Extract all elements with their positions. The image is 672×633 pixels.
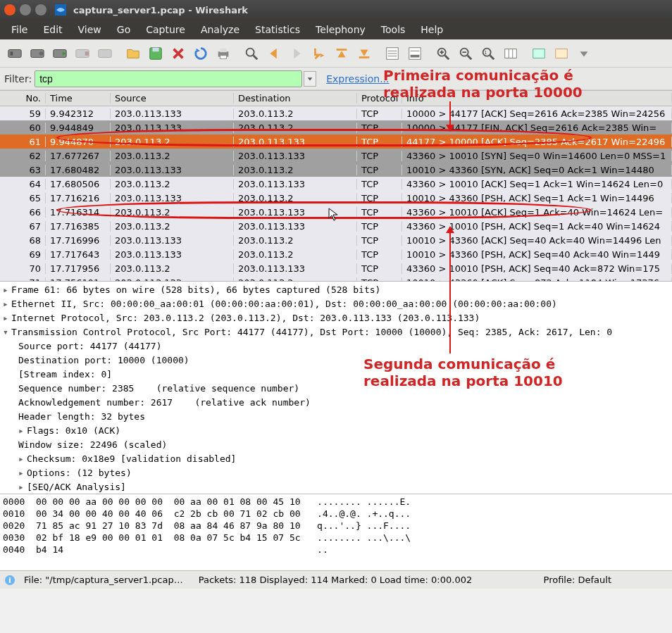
packet-cell: 203.0.113.133: [111, 193, 234, 203]
tree-node-expandable[interactable]: Ethernet II, Src: 00:00:00_aa:00:01 (00:…: [3, 297, 669, 311]
packet-cell: 43360 > 10010 [SYN] Seq=0 Win=14600 Len=…: [402, 151, 672, 161]
jump-down-icon[interactable]: [309, 43, 330, 64]
chevron-down-icon[interactable]: [573, 43, 595, 64]
packet-row[interactable]: 6717.716385203.0.113.2203.0.113.133TCP43…: [0, 219, 672, 233]
svg-text:i: i: [8, 576, 11, 585]
col-destination[interactable]: Destination: [234, 93, 357, 104]
packet-cell: TCP: [357, 235, 402, 246]
toolbar: 1: [0, 39, 672, 68]
col-source[interactable]: Source: [111, 93, 234, 104]
reload-icon[interactable]: [190, 43, 211, 64]
restart-capture-icon[interactable]: [94, 43, 116, 64]
zoom-100-icon[interactable]: 1: [478, 43, 499, 64]
save-icon[interactable]: [145, 43, 166, 64]
svg-rect-9: [99, 49, 111, 57]
packet-cell: 10000 > 44177 [FIN, ACK] Seq=2616 Ack=23…: [402, 123, 672, 133]
tree-node-expandable[interactable]: Checksum: 0x18e9 [validation disabled]: [3, 452, 669, 466]
back-icon[interactable]: [263, 43, 285, 64]
autoscroll-icon[interactable]: [404, 43, 425, 64]
packet-row[interactable]: 609.944849203.0.113.133203.0.113.2TCP100…: [0, 120, 672, 134]
tree-node-expandable[interactable]: Internet Protocol, Src: 203.0.113.2 (203…: [3, 311, 669, 325]
tree-node-expandable[interactable]: Frame 61: 66 bytes on wire (528 bits), 6…: [3, 283, 669, 297]
tree-node-expandable[interactable]: Transmission Control Protocol, Src Port:…: [3, 325, 669, 339]
menu-capture[interactable]: Capture: [139, 21, 192, 38]
menu-analyze[interactable]: Analyze: [194, 21, 247, 38]
svg-point-16: [247, 48, 254, 56]
maximize-icon[interactable]: [35, 4, 46, 15]
hex-line: 0020 71 85 ac 91 27 10 83 7d 08 aa 84 46…: [3, 520, 669, 532]
svg-text:1: 1: [485, 49, 487, 55]
packet-cell: 17.716996: [46, 235, 111, 246]
tree-node: Acknowledgement number: 2617 (relative a…: [3, 396, 669, 410]
packet-cell: 17.680506: [46, 179, 111, 189]
minimize-icon[interactable]: [20, 4, 31, 15]
packet-bytes[interactable]: 0000 00 00 00 aa 00 00 00 00 00 aa 00 01…: [0, 494, 672, 570]
packet-cell: 64: [0, 179, 46, 189]
menu-edit[interactable]: Edit: [36, 21, 69, 38]
packet-details[interactable]: Frame 61: 66 bytes on wire (528 bits), 6…: [0, 282, 672, 494]
packet-row[interactable]: 6517.716216203.0.113.133203.0.113.2TCP10…: [0, 191, 672, 205]
menu-tools[interactable]: Tools: [374, 21, 413, 38]
zoom-in-icon[interactable]: [433, 43, 454, 64]
menu-file[interactable]: File: [4, 21, 35, 38]
packet-cell: TCP: [357, 193, 402, 203]
col-info[interactable]: Info: [402, 93, 672, 104]
zoom-out-icon[interactable]: [455, 43, 476, 64]
svg-rect-15: [220, 55, 226, 58]
start-capture-icon[interactable]: [49, 43, 70, 64]
col-time[interactable]: Time: [46, 93, 111, 104]
packet-cell: 17.756191: [46, 277, 111, 282]
capture-filters-icon[interactable]: [528, 43, 549, 64]
resize-cols-icon[interactable]: [500, 43, 521, 64]
packet-row[interactable]: 599.942312203.0.113.133203.0.113.2TCP100…: [0, 106, 672, 120]
tree-node-expandable[interactable]: Flags: 0x10 (ACK): [3, 424, 669, 438]
menu-view[interactable]: View: [71, 21, 108, 38]
packet-row[interactable]: 7117.756191203.0.113.133203.0.113.2TCP10…: [0, 275, 672, 282]
print-icon[interactable]: [213, 43, 234, 64]
packet-row[interactable]: 7017.717956203.0.113.2203.0.113.133TCP43…: [0, 261, 672, 275]
options-icon[interactable]: [27, 43, 48, 64]
col-protocol[interactable]: Protocol: [357, 93, 402, 104]
tree-node: Window size: 22496 (scaled): [3, 438, 669, 452]
packet-row[interactable]: 6317.680482203.0.113.133203.0.113.2TCP10…: [0, 163, 672, 177]
packet-row[interactable]: 6417.680506203.0.113.2203.0.113.133TCP43…: [0, 177, 672, 191]
packet-cell: 203.0.113.2: [234, 193, 357, 203]
svg-line-17: [254, 55, 258, 59]
packet-cell: 203.0.113.2: [111, 207, 234, 218]
packet-list[interactable]: No. Time Source Destination Protocol Inf…: [0, 90, 672, 282]
close-icon[interactable]: [4, 4, 15, 15]
svg-rect-29: [409, 47, 421, 59]
svg-line-37: [468, 55, 472, 59]
go-first-icon[interactable]: [331, 43, 352, 64]
hex-line: 0000 00 00 00 aa 00 00 00 00 00 aa 00 01…: [3, 496, 669, 508]
colorize-icon[interactable]: [382, 43, 403, 64]
display-filters-icon[interactable]: [551, 43, 572, 64]
interfaces-icon[interactable]: [4, 43, 25, 64]
packet-row[interactable]: 619.944870203.0.113.2203.0.113.133TCP441…: [0, 134, 672, 149]
filter-dropdown-icon[interactable]: [304, 71, 316, 87]
packet-cell: TCP: [357, 165, 402, 175]
packet-row[interactable]: 6817.716996203.0.113.133203.0.113.2TCP10…: [0, 233, 672, 247]
menu-telephony[interactable]: Telephony: [309, 21, 373, 38]
open-icon[interactable]: [123, 43, 144, 64]
filter-input[interactable]: [35, 70, 302, 87]
col-no[interactable]: No.: [0, 93, 46, 104]
forward-icon[interactable]: [286, 43, 307, 64]
expression-button[interactable]: Expression...: [326, 73, 389, 84]
find-icon[interactable]: [241, 43, 262, 64]
stop-capture-icon[interactable]: [72, 43, 93, 64]
tree-node-expandable[interactable]: [SEQ/ACK Analysis]: [3, 480, 669, 494]
packet-row[interactable]: 6217.677267203.0.113.2203.0.113.133TCP43…: [0, 149, 672, 163]
tree-node: Sequence number: 2385 (relative sequence…: [3, 382, 669, 396]
packet-cell: 203.0.113.2: [234, 249, 357, 260]
menu-help[interactable]: Help: [413, 21, 450, 38]
menu-go[interactable]: Go: [110, 21, 137, 38]
packet-row[interactable]: 6617.716314203.0.113.2203.0.113.133TCP43…: [0, 205, 672, 219]
packet-cell: TCP: [357, 123, 402, 133]
packet-row[interactable]: 6917.717643203.0.113.133203.0.113.2TCP10…: [0, 247, 672, 261]
close-file-icon[interactable]: [168, 43, 189, 64]
packet-cell: 17.677267: [46, 151, 111, 161]
go-last-icon[interactable]: [354, 43, 375, 64]
tree-node-expandable[interactable]: Options: (12 bytes): [3, 466, 669, 480]
menu-statistics[interactable]: Statistics: [248, 21, 307, 38]
